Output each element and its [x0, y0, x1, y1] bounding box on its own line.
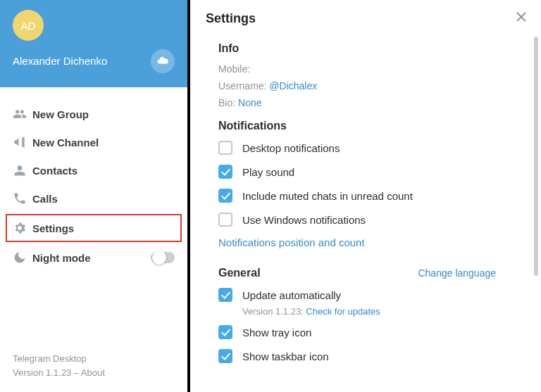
- contacts-icon: [13, 163, 32, 177]
- check-for-updates-link[interactable]: Check for updates: [306, 306, 380, 317]
- close-button[interactable]: [516, 11, 527, 26]
- check-windows-notifications[interactable]: Use Windows notifications: [218, 213, 526, 227]
- group-icon: [13, 107, 32, 121]
- menu-item-contacts[interactable]: Contacts: [0, 156, 187, 184]
- info-username: Username: @Dichalex: [218, 80, 526, 91]
- checkbox-icon: [218, 288, 232, 302]
- menu-item-calls[interactable]: Calls: [0, 184, 187, 213]
- check-label: Update automatically: [242, 289, 341, 301]
- menu-label: Settings: [32, 222, 74, 234]
- check-label: Include muted chats in unread count: [242, 190, 413, 202]
- section-notifications-title: Notifications: [218, 120, 526, 132]
- bio-link[interactable]: None: [238, 97, 261, 108]
- check-label: Show tray icon: [242, 327, 311, 339]
- checkbox-icon: [218, 325, 232, 339]
- phone-icon: [13, 191, 32, 206]
- checkbox-icon: [218, 141, 232, 155]
- app-name: Telegram Desktop: [13, 352, 175, 366]
- change-language-link[interactable]: Change language: [418, 267, 496, 279]
- sidebar-footer: Telegram Desktop Version 1.1.23 – About: [0, 343, 187, 392]
- about-link[interactable]: About: [81, 367, 105, 378]
- check-label: Show taskbar icon: [242, 350, 329, 362]
- panel-header: Settings: [190, 0, 541, 37]
- check-update-automatically[interactable]: Update automatically: [218, 288, 526, 302]
- check-label: Use Windows notifications: [242, 214, 366, 226]
- menu-label: Night mode: [32, 252, 91, 264]
- check-play-sound[interactable]: Play sound: [218, 165, 526, 179]
- section-info-title: Info: [218, 42, 526, 55]
- cloud-button[interactable]: [151, 49, 175, 73]
- menu-label: Contacts: [32, 165, 77, 177]
- check-show-taskbar[interactable]: Show taskbar icon: [218, 349, 526, 363]
- settings-panel: Settings Info Mobile: Username: @Dichale…: [190, 0, 541, 392]
- panel-body: Info Mobile: Username: @Dichalex Bio: No…: [190, 37, 541, 392]
- avatar[interactable]: AD: [13, 10, 44, 41]
- profile-header: AD Alexander Dichenko: [0, 0, 187, 87]
- checkbox-icon: [218, 165, 232, 179]
- checkbox-icon: [218, 349, 232, 363]
- checkbox-icon: [218, 189, 232, 203]
- night-mode-toggle[interactable]: [151, 252, 175, 263]
- close-icon: [516, 11, 527, 25]
- app-version: Version 1.1.23 –: [13, 367, 81, 378]
- check-show-tray[interactable]: Show tray icon: [218, 325, 526, 339]
- scrollbar[interactable]: [534, 37, 538, 386]
- menu-item-new-channel[interactable]: New Channel: [0, 128, 187, 156]
- menu: New Group New Channel Contacts Calls: [0, 87, 187, 343]
- check-label: Play sound: [242, 166, 294, 178]
- check-label: Desktop notifications: [242, 142, 340, 154]
- check-include-muted[interactable]: Include muted chats in unread count: [218, 189, 526, 203]
- megaphone-icon: [13, 135, 32, 149]
- sidebar: AD Alexander Dichenko New Group New Chan…: [0, 0, 190, 392]
- check-desktop-notifications[interactable]: Desktop notifications: [218, 141, 526, 155]
- cloud-icon: [156, 54, 169, 69]
- menu-label: New Channel: [32, 137, 99, 148]
- scrollbar-thumb[interactable]: [534, 37, 538, 276]
- moon-icon: [13, 251, 32, 265]
- menu-label: New Group: [32, 108, 89, 120]
- menu-item-settings[interactable]: Settings: [6, 214, 182, 242]
- menu-label: Calls: [32, 193, 58, 205]
- info-bio: Bio: None: [218, 97, 526, 108]
- notifications-position-link[interactable]: Notifications position and count: [218, 236, 526, 248]
- menu-item-new-group[interactable]: New Group: [0, 100, 187, 128]
- info-mobile: Mobile:: [218, 63, 526, 75]
- panel-title: Settings: [206, 11, 256, 26]
- checkbox-icon: [218, 213, 232, 227]
- section-general-title: General: [218, 267, 261, 279]
- menu-item-night-mode[interactable]: Night mode: [0, 244, 187, 272]
- username-link[interactable]: @Dichalex: [269, 80, 317, 91]
- gear-icon: [13, 221, 32, 235]
- update-subline: Version 1.1.23: Check for updates: [242, 306, 526, 317]
